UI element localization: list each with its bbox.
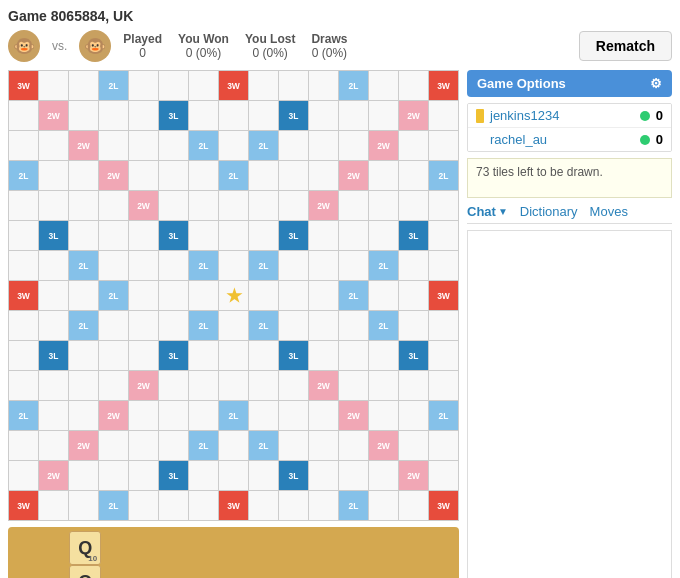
- board-cell[interactable]: [129, 431, 158, 460]
- board-cell[interactable]: 3W: [9, 281, 38, 310]
- board-cell[interactable]: [369, 71, 398, 100]
- board-cell[interactable]: [159, 281, 188, 310]
- board-cell[interactable]: [189, 191, 218, 220]
- board-cell[interactable]: 3L: [159, 101, 188, 130]
- board-cell[interactable]: [99, 311, 128, 340]
- board-cell[interactable]: [429, 221, 458, 250]
- board-cell[interactable]: [249, 491, 278, 520]
- board-cell[interactable]: 2L: [249, 131, 278, 160]
- board-cell[interactable]: [129, 161, 158, 190]
- board-cell[interactable]: [309, 461, 338, 490]
- board-cell[interactable]: [9, 191, 38, 220]
- board-cell[interactable]: [159, 431, 188, 460]
- board-cell[interactable]: 2W: [129, 371, 158, 400]
- board-cell[interactable]: 2W: [309, 191, 338, 220]
- board-cell[interactable]: [159, 131, 188, 160]
- board-cell[interactable]: [189, 281, 218, 310]
- board-cell[interactable]: 2L: [69, 251, 98, 280]
- board-cell[interactable]: 3L: [39, 341, 68, 370]
- board-cell[interactable]: [339, 461, 368, 490]
- board-cell[interactable]: 3L: [39, 221, 68, 250]
- board-cell[interactable]: [9, 461, 38, 490]
- board-cell[interactable]: [399, 191, 428, 220]
- board-cell[interactable]: [339, 101, 368, 130]
- board-cell[interactable]: 2W: [339, 401, 368, 430]
- board-cell[interactable]: [189, 491, 218, 520]
- board-cell[interactable]: [129, 131, 158, 160]
- board-cell[interactable]: [279, 401, 308, 430]
- board-cell[interactable]: 2L: [9, 161, 38, 190]
- board-cell[interactable]: [129, 401, 158, 430]
- board-cell[interactable]: 3L: [279, 221, 308, 250]
- board-cell[interactable]: [399, 371, 428, 400]
- gear-icon[interactable]: ⚙: [650, 76, 662, 91]
- board-cell[interactable]: [69, 401, 98, 430]
- board-cell[interactable]: 3L: [399, 221, 428, 250]
- board-cell[interactable]: [429, 461, 458, 490]
- board-cell[interactable]: [99, 191, 128, 220]
- board-cell[interactable]: [369, 101, 398, 130]
- board-cell[interactable]: [309, 251, 338, 280]
- board-cell[interactable]: 2W: [99, 401, 128, 430]
- board-cell[interactable]: [399, 281, 428, 310]
- board-cell[interactable]: 2W: [309, 371, 338, 400]
- board-cell[interactable]: [69, 281, 98, 310]
- board-cell[interactable]: [189, 221, 218, 250]
- board-cell[interactable]: [99, 431, 128, 460]
- board-cell[interactable]: [159, 71, 188, 100]
- board-cell[interactable]: [279, 371, 308, 400]
- board-cell[interactable]: [129, 251, 158, 280]
- board-cell[interactable]: [249, 371, 278, 400]
- board-cell[interactable]: [369, 221, 398, 250]
- board-cell[interactable]: [249, 101, 278, 130]
- board-cell[interactable]: 3L: [159, 221, 188, 250]
- board-cell[interactable]: [189, 371, 218, 400]
- board-cell[interactable]: [279, 161, 308, 190]
- board-cell[interactable]: [399, 131, 428, 160]
- board-cell[interactable]: [69, 221, 98, 250]
- board-cell[interactable]: [249, 191, 278, 220]
- board-cell[interactable]: 2L: [369, 311, 398, 340]
- board-cell[interactable]: [339, 191, 368, 220]
- board-cell[interactable]: [99, 131, 128, 160]
- board-cell[interactable]: [369, 401, 398, 430]
- board-cell[interactable]: [309, 401, 338, 430]
- board-cell[interactable]: 2L: [369, 251, 398, 280]
- board-cell[interactable]: 2L: [189, 311, 218, 340]
- board-cell[interactable]: 2L: [219, 401, 248, 430]
- board-cell[interactable]: [399, 431, 428, 460]
- board-cell[interactable]: [279, 311, 308, 340]
- board-cell[interactable]: 2L: [339, 281, 368, 310]
- board-cell[interactable]: [219, 191, 248, 220]
- board-cell[interactable]: [309, 341, 338, 370]
- board-cell[interactable]: [339, 221, 368, 250]
- board-cell[interactable]: 3L: [279, 461, 308, 490]
- board-cell[interactable]: [309, 431, 338, 460]
- board-cell[interactable]: [159, 311, 188, 340]
- board-cell[interactable]: 2W: [39, 461, 68, 490]
- board-cell[interactable]: [369, 371, 398, 400]
- board-cell[interactable]: [129, 101, 158, 130]
- board-cell[interactable]: 2L: [249, 431, 278, 460]
- board-cell[interactable]: [309, 161, 338, 190]
- board-cell[interactable]: 2L: [99, 281, 128, 310]
- board-cell[interactable]: [429, 371, 458, 400]
- board-cell[interactable]: [219, 341, 248, 370]
- board-cell[interactable]: [339, 251, 368, 280]
- board-cell[interactable]: [279, 251, 308, 280]
- board-cell[interactable]: [129, 221, 158, 250]
- board-cell[interactable]: [429, 341, 458, 370]
- board-cell[interactable]: [249, 401, 278, 430]
- board-cell[interactable]: [189, 101, 218, 130]
- board-cell[interactable]: [279, 491, 308, 520]
- board-cell[interactable]: [369, 281, 398, 310]
- board-cell[interactable]: [399, 251, 428, 280]
- board-cell[interactable]: [429, 131, 458, 160]
- board-cell[interactable]: [189, 341, 218, 370]
- board-cell[interactable]: [99, 371, 128, 400]
- board-cell[interactable]: [309, 221, 338, 250]
- board-cell[interactable]: 3W: [9, 71, 38, 100]
- board-cell[interactable]: [39, 71, 68, 100]
- board-cell[interactable]: 2W: [129, 191, 158, 220]
- board-cell[interactable]: [309, 491, 338, 520]
